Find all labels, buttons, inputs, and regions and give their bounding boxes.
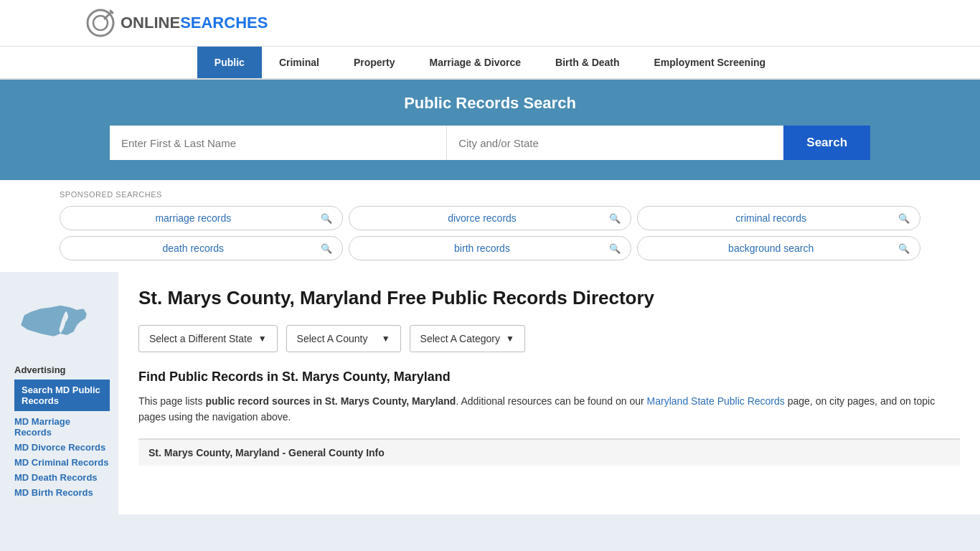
search-icon-birth: 🔍 <box>609 243 621 254</box>
category-dropdown-label: Select A Category <box>420 333 500 344</box>
nav-item-marriage[interactable]: Marriage & Divorce <box>412 47 538 78</box>
description-start: This page lists <box>138 395 205 407</box>
search-icon-divorce: 🔍 <box>609 213 621 224</box>
nav-item-criminal[interactable]: Criminal <box>262 47 336 78</box>
sidebar-active-link[interactable]: Search MD Public Records <box>14 380 110 411</box>
main-nav: Public Criminal Property Marriage & Divo… <box>0 47 980 80</box>
sponsored-link-marriage[interactable]: marriage records <box>70 212 316 224</box>
nav-item-property[interactable]: Property <box>336 47 413 78</box>
nav-link-public[interactable]: Public <box>197 47 262 78</box>
search-icon-background: 🔍 <box>898 243 910 254</box>
hero-title: Public Records Search <box>86 94 894 113</box>
nav-item-employment[interactable]: Employment Screening <box>637 47 783 78</box>
logo[interactable]: ONLINESEARCHES <box>86 9 268 37</box>
find-records-heading: Find Public Records in St. Marys County,… <box>138 369 960 385</box>
nav-link-birth[interactable]: Birth & Death <box>538 47 636 78</box>
county-dropdown[interactable]: Select A County ▼ <box>286 325 401 352</box>
page-heading: St. Marys County, Maryland Free Public R… <box>138 286 960 311</box>
sponsored-tag-criminal[interactable]: criminal records 🔍 <box>637 206 920 230</box>
description-mid: . Additional resources can be found on o… <box>456 395 646 407</box>
hero-banner: Public Records Search Search <box>0 80 980 180</box>
search-bar: Search <box>110 126 870 160</box>
county-info-bar: St. Marys County, Maryland - General Cou… <box>138 438 960 466</box>
sponsored-link-background[interactable]: background search <box>648 242 894 254</box>
nav-link-marriage[interactable]: Marriage & Divorce <box>412 47 538 78</box>
main-content: St. Marys County, Maryland Free Public R… <box>118 272 980 514</box>
logo-searches-text: SEARCHES <box>180 14 268 32</box>
sponsored-link-birth[interactable]: birth records <box>359 242 606 254</box>
dropdowns-row: Select a Different State ▼ Select A Coun… <box>138 325 960 352</box>
sponsored-grid: marriage records 🔍 divorce records 🔍 cri… <box>60 206 920 260</box>
sponsored-section: SPONSORED SEARCHES marriage records 🔍 di… <box>0 180 980 272</box>
logo-online-text: ONLINE <box>121 14 180 32</box>
sidebar-link-3[interactable]: MD Death Records <box>14 470 110 485</box>
maryland-state-link[interactable]: Maryland State Public Records <box>647 395 785 407</box>
nav-link-criminal[interactable]: Criminal <box>262 47 336 78</box>
name-search-input[interactable] <box>110 126 447 160</box>
sidebar: Advertising Search MD Public Records MD … <box>0 272 118 514</box>
sponsored-link-death[interactable]: death records <box>70 242 316 254</box>
maryland-map-svg <box>14 286 93 351</box>
county-dropdown-label: Select A County <box>297 333 368 344</box>
state-dropdown-arrow: ▼ <box>258 334 267 344</box>
sponsored-tag-death[interactable]: death records 🔍 <box>60 236 343 260</box>
state-dropdown-label: Select a Different State <box>149 333 253 344</box>
header: ONLINESEARCHES <box>0 0 980 47</box>
search-icon-criminal: 🔍 <box>898 213 910 224</box>
sponsored-tag-background[interactable]: background search 🔍 <box>637 236 920 260</box>
sponsored-label: SPONSORED SEARCHES <box>60 190 920 199</box>
state-dropdown[interactable]: Select a Different State ▼ <box>138 325 278 352</box>
main-body: Advertising Search MD Public Records MD … <box>0 272 980 514</box>
sidebar-link-2[interactable]: MD Criminal Records <box>14 455 110 470</box>
county-dropdown-arrow: ▼ <box>382 334 390 344</box>
sidebar-link-4[interactable]: MD Birth Records <box>14 485 110 500</box>
description-text: This page lists public record sources in… <box>138 393 960 425</box>
nav-item-public[interactable]: Public <box>197 47 262 78</box>
maryland-map <box>14 286 110 353</box>
nav-item-birth[interactable]: Birth & Death <box>538 47 636 78</box>
search-icon-marriage: 🔍 <box>321 213 332 224</box>
sidebar-links: MD Marriage Records MD Divorce Records M… <box>14 414 110 500</box>
sponsored-link-criminal[interactable]: criminal records <box>648 212 894 224</box>
search-icon-death: 🔍 <box>321 243 332 254</box>
sidebar-link-1[interactable]: MD Divorce Records <box>14 440 110 455</box>
sponsored-tag-divorce[interactable]: divorce records 🔍 <box>349 206 632 230</box>
description-bold: public record sources in St. Marys Count… <box>205 395 456 407</box>
logo-icon <box>86 9 115 37</box>
sponsored-tag-birth[interactable]: birth records 🔍 <box>349 236 632 260</box>
sponsored-tag-marriage[interactable]: marriage records 🔍 <box>60 206 343 230</box>
location-search-input[interactable] <box>447 126 783 160</box>
advertising-label: Advertising <box>14 364 110 375</box>
category-dropdown-arrow: ▼ <box>506 334 514 344</box>
nav-link-employment[interactable]: Employment Screening <box>637 47 783 78</box>
nav-link-property[interactable]: Property <box>336 47 413 78</box>
search-button[interactable]: Search <box>783 126 870 160</box>
sponsored-link-divorce[interactable]: divorce records <box>359 212 606 224</box>
sidebar-link-0[interactable]: MD Marriage Records <box>14 414 110 440</box>
category-dropdown[interactable]: Select A Category ▼ <box>410 325 525 352</box>
